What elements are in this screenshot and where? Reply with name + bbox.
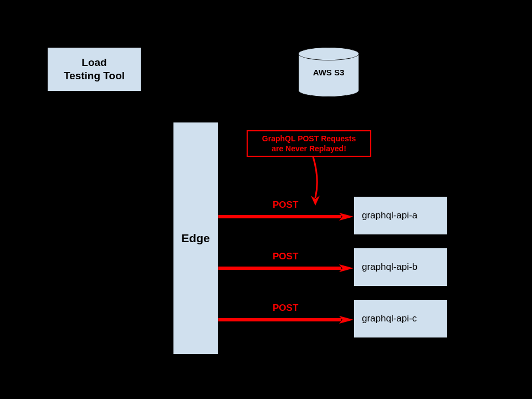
post-label-a: POST — [273, 200, 298, 211]
post-arrow-c — [218, 316, 354, 321]
graphql-api-b-label: graphql-api-b — [362, 262, 417, 273]
load-testing-tool-label: Load Testing Tool — [64, 56, 125, 83]
s3-top-ellipse — [298, 47, 359, 60]
load-testing-tool-node: Load Testing Tool — [47, 47, 141, 91]
post-label-c: POST — [273, 303, 298, 314]
post-arrow-a — [218, 213, 354, 218]
edge-label: Edge — [181, 232, 209, 245]
graphql-api-a-label: graphql-api-a — [362, 210, 417, 221]
graphql-api-c-node: graphql-api-c — [354, 299, 448, 338]
aws-s3-label: AWS S3 — [313, 68, 345, 77]
graphql-api-b-node: graphql-api-b — [354, 248, 448, 287]
graphql-api-c-label: graphql-api-c — [362, 313, 417, 324]
edge-node: Edge — [173, 122, 218, 355]
post-arrow-b — [218, 264, 354, 270]
graphql-api-a-node: graphql-api-a — [354, 196, 448, 235]
post-label-b: POST — [273, 251, 298, 262]
callout-text: GraphQL POST Requests are Never Replayed… — [262, 134, 356, 154]
aws-s3-node: AWS S3 — [298, 47, 359, 97]
callout-box: GraphQL POST Requests are Never Replayed… — [247, 130, 371, 157]
callout-arrow — [308, 157, 324, 207]
